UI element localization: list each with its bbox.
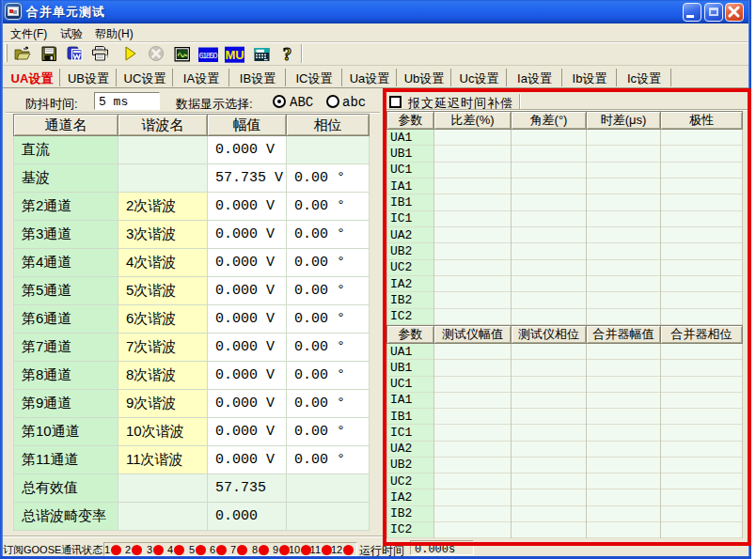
svg-text:MU: MU	[225, 48, 244, 62]
svg-text:61850: 61850	[199, 51, 218, 60]
svg-text:?: ?	[283, 45, 292, 64]
